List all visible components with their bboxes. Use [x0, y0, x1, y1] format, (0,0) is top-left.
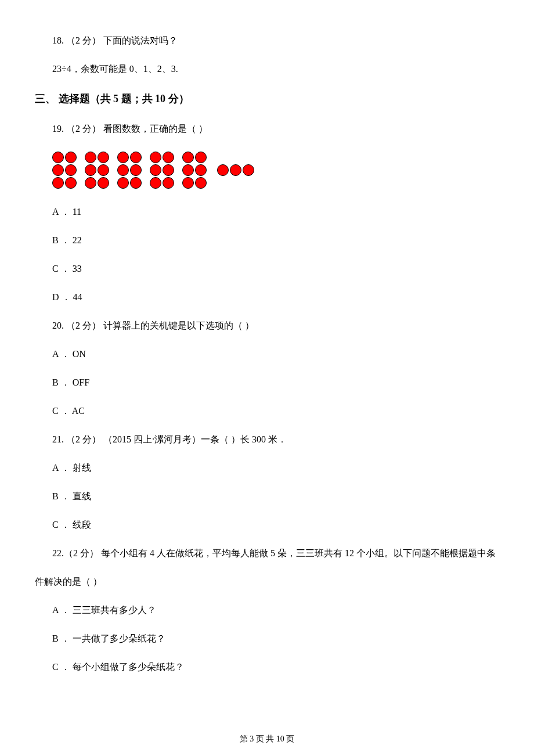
page-footer: 第 3 页 共 10 页	[0, 734, 534, 744]
q22-option-a: A ． 三三班共有多少人？	[35, 604, 499, 617]
q22-header-line2: 件解决的是（ ）	[35, 576, 499, 588]
q21-option-b: B ． 直线	[35, 491, 499, 503]
dot-group-1	[52, 152, 78, 190]
q19-option-c: C ． 33	[35, 263, 499, 275]
q22-option-c: C ． 每个小组做了多少朵纸花？	[35, 661, 499, 674]
q18-detail: 23÷4，余数可能是 0、1、2、3.	[35, 63, 499, 75]
q22-option-b: B ． 一共做了多少朵纸花？	[35, 633, 499, 645]
dot-group-3	[117, 152, 143, 190]
q21-option-a: A ． 射线	[35, 462, 499, 474]
q18-header: 18. （2 分） 下面的说法对吗？	[35, 35, 499, 47]
dot-group-5	[182, 152, 208, 190]
q19-header: 19. （2 分） 看图数数，正确的是（ ）	[35, 123, 499, 135]
q19-option-b: B ． 22	[35, 235, 499, 247]
q19-dots-diagram	[35, 152, 499, 190]
q21-option-c: C ． 线段	[35, 519, 499, 531]
dot-group-4	[150, 152, 175, 190]
q20-option-b: B ． OFF	[35, 377, 499, 389]
q20-option-a: A ． ON	[35, 348, 499, 361]
q19-option-d: D ． 44	[35, 291, 499, 304]
q22-header-line1: 22.（2 分） 每个小组有 4 人在做纸花，平均每人能做 5 朵，三三班共有 …	[35, 548, 499, 560]
q19-option-a: A ． 11	[35, 206, 499, 218]
q21-header: 21. （2 分） （2015 四上·漯河月考）一条（ ）长 300 米．	[35, 434, 499, 446]
dot-extra	[217, 164, 255, 178]
dot-group-2	[85, 152, 110, 190]
section-3-title: 三、 选择题（共 5 题；共 10 分）	[35, 92, 499, 106]
q20-option-c: C ． AC	[35, 405, 499, 417]
q20-header: 20. （2 分） 计算器上的关机键是以下选项的（ ）	[35, 320, 499, 332]
